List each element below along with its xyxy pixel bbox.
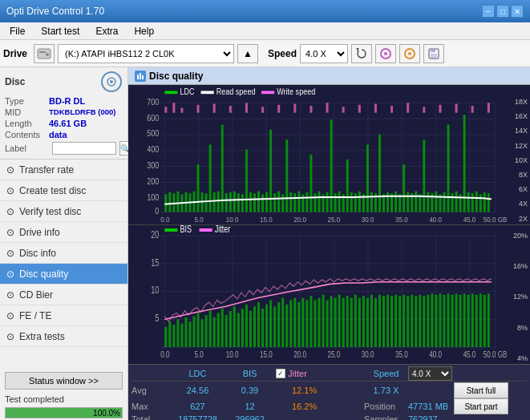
svg-rect-107 (370, 192, 373, 212)
svg-text:35.0: 35.0 (395, 349, 408, 359)
svg-rect-213 (229, 310, 232, 346)
svg-rect-241 (342, 297, 345, 346)
svg-rect-78 (253, 193, 256, 212)
svg-text:50.0 GB: 50.0 GB (483, 215, 507, 224)
nav-label-disc-info: Disc info (19, 248, 56, 259)
nav-create-test-disc[interactable]: ⊙ Create test disc (0, 180, 127, 201)
svg-rect-268 (451, 294, 454, 346)
eject-btn[interactable]: ▲ (237, 44, 258, 63)
svg-rect-67 (209, 144, 212, 212)
svg-rect-278 (164, 228, 177, 232)
svg-point-5 (384, 52, 387, 55)
svg-rect-126 (447, 125, 450, 212)
svg-rect-245 (358, 297, 361, 346)
col-bis-header: BIS (224, 369, 276, 378)
disc-icon (100, 71, 123, 93)
svg-rect-136 (488, 193, 490, 212)
svg-rect-156 (455, 104, 458, 113)
maximize-button[interactable]: □ (496, 5, 509, 18)
svg-rect-205 (197, 313, 200, 347)
svg-rect-255 (399, 296, 401, 347)
nav-fe-te[interactable]: ⊙ FE / TE (0, 305, 127, 326)
svg-rect-274 (475, 294, 478, 346)
svg-rect-113 (394, 192, 397, 212)
nav-disc-info[interactable]: ⊙ Disc info (0, 243, 127, 264)
disc-btn[interactable] (375, 44, 396, 63)
svg-text:Read speed: Read speed (216, 87, 256, 97)
svg-rect-118 (415, 192, 417, 212)
speed-select-dropdown[interactable]: 4.0 X (408, 366, 452, 381)
nav-drive-info[interactable]: ⊙ Drive info (0, 222, 127, 243)
svg-rect-264 (435, 294, 437, 346)
svg-rect-66 (205, 193, 208, 212)
svg-rect-76 (245, 150, 248, 212)
svg-text:0: 0 (155, 206, 159, 216)
svg-rect-147 (310, 106, 312, 113)
svg-rect-248 (370, 294, 373, 346)
content-area: Disc quality (128, 67, 530, 420)
menu-start-test[interactable]: Start test (34, 24, 86, 38)
nav-icon-extra: ⊙ (6, 331, 14, 342)
disc-contents-row: Contents data (5, 130, 123, 139)
samples-label: Samples (364, 414, 408, 420)
nav-disc-quality[interactable]: ⊙ Disc quality (0, 264, 127, 285)
save-btn[interactable] (423, 44, 444, 63)
svg-rect-103 (354, 193, 357, 212)
speed-select[interactable]: 4.0 X (300, 44, 348, 63)
minimize-button[interactable]: − (482, 5, 495, 18)
nav-transfer-rate[interactable]: ⊙ Transfer rate (0, 160, 127, 180)
charts-container: 700 600 500 400 300 200 100 0 0.0 5.0 10… (128, 85, 530, 364)
svg-rect-270 (459, 294, 462, 346)
svg-text:20: 20 (151, 228, 159, 240)
lower-chart-svg: 20 15 10 5 0.0 5.0 10.0 15.0 20.0 25.0 3… (128, 225, 508, 365)
menu-help[interactable]: Help (127, 24, 160, 38)
svg-rect-200 (176, 319, 179, 347)
svg-rect-237 (326, 300, 329, 347)
svg-rect-263 (431, 293, 433, 347)
svg-text:0.0: 0.0 (160, 349, 169, 359)
svg-rect-75 (241, 194, 244, 212)
svg-rect-99 (338, 192, 341, 212)
progress-area: 100.0% (0, 406, 127, 420)
drive-select[interactable]: (K:) ATAPI iHBS112 2 CL0K (58, 44, 234, 63)
svg-text:400: 400 (147, 144, 159, 154)
svg-rect-9 (431, 49, 435, 52)
disc-length-row: Length 46.61 GB (5, 119, 123, 128)
disc2-btn[interactable] (399, 44, 420, 63)
svg-rect-221 (261, 309, 264, 347)
nav-label-extra: Extra tests (19, 331, 65, 342)
svg-rect-197 (164, 326, 167, 346)
svg-rect-251 (382, 296, 385, 347)
svg-rect-149 (342, 107, 345, 112)
label-input[interactable] (52, 142, 116, 155)
svg-rect-134 (479, 194, 482, 212)
close-button[interactable]: ✕ (511, 5, 524, 18)
chart-header: Disc quality (128, 67, 530, 85)
svg-rect-236 (322, 294, 325, 346)
refresh-btn[interactable] (351, 44, 372, 63)
svg-rect-163 (261, 91, 274, 94)
menu-extra[interactable]: Extra (89, 24, 124, 38)
drive-label: Drive (3, 48, 27, 59)
svg-rect-97 (330, 119, 333, 212)
svg-rect-272 (467, 294, 470, 346)
svg-point-7 (408, 52, 411, 55)
start-part-btn[interactable]: Start part (454, 398, 508, 414)
nav-verify-test-disc[interactable]: ⊙ Verify test disc (0, 201, 127, 222)
nav-cd-bier[interactable]: ⊙ CD Bier (0, 285, 127, 305)
menu-file[interactable]: File (3, 24, 31, 38)
position-value: 47731 MB (408, 402, 452, 411)
jitter-checkbox[interactable]: ✓ (276, 369, 285, 378)
svg-rect-247 (366, 297, 369, 346)
speed-select-area[interactable]: 4.0 X (408, 366, 452, 381)
svg-text:700: 700 (147, 97, 159, 107)
svg-rect-125 (443, 192, 445, 212)
svg-rect-220 (257, 302, 260, 347)
svg-rect-83 (273, 193, 276, 212)
nav-extra-tests[interactable]: ⊙ Extra tests (0, 326, 127, 347)
svg-rect-217 (245, 304, 248, 346)
svg-rect-222 (265, 304, 268, 346)
speed-label: Speed (268, 48, 297, 59)
status-window-btn[interactable]: Status window >> (5, 372, 123, 390)
start-full-btn[interactable]: Start full (454, 382, 508, 398)
